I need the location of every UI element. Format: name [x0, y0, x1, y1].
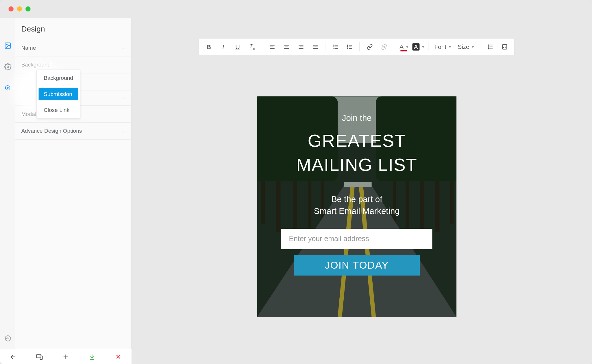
clear-format-button[interactable]: Tx	[246, 40, 258, 53]
context-item-close-link[interactable]: Close Link	[37, 102, 80, 118]
ordered-list-button[interactable]: 123	[329, 40, 341, 53]
window-close-dot[interactable]	[8, 6, 14, 12]
context-item-submission[interactable]: Submission	[39, 88, 78, 101]
footer-toolbar	[0, 349, 132, 364]
image-tool-icon[interactable]	[4, 42, 11, 49]
chevron-down-icon: ⌄	[122, 79, 125, 84]
source-button[interactable]	[498, 40, 511, 53]
toolbar-separator	[262, 42, 262, 51]
join-button[interactable]: JOIN TODAY	[294, 255, 419, 276]
popup-title-line1: GREATEST	[308, 131, 406, 151]
editor-canvas: B I U Tx 123 A▾ A▾ Font▾ Siz	[132, 18, 592, 364]
svg-point-11	[347, 48, 348, 49]
popup-title: GREATEST MAILING LIST	[296, 129, 417, 177]
align-justify-button[interactable]	[309, 40, 321, 53]
toolrail	[0, 18, 15, 364]
unlink-button[interactable]	[378, 40, 390, 53]
link-button[interactable]	[363, 40, 376, 53]
font-label: Font	[434, 43, 446, 50]
chevron-down-icon: ⌄	[122, 112, 125, 116]
svg-point-10	[347, 46, 348, 47]
align-right-button[interactable]	[295, 40, 307, 53]
popup-sub-line1: Be the part of	[331, 195, 382, 204]
popup-sub-line2: Smart Email Marketing	[314, 206, 400, 216]
context-menu: Background Submission Close Link	[36, 70, 80, 119]
sidebar-item-label: Background	[21, 62, 51, 68]
chevron-down-icon: ⌄	[122, 129, 125, 133]
chevron-down-icon: ⌄	[122, 62, 125, 67]
toolbar-separator	[394, 42, 394, 51]
toolbar-separator	[428, 42, 428, 51]
sidebar-title: Design	[15, 18, 131, 40]
context-item-background[interactable]: Background	[37, 70, 80, 86]
window-titlebar	[0, 0, 592, 18]
add-button[interactable]	[61, 352, 71, 362]
window-zoom-dot[interactable]	[25, 6, 31, 12]
text-color-button[interactable]: A▾	[397, 40, 410, 53]
svg-point-1	[6, 44, 7, 45]
toolbar-separator	[325, 42, 325, 51]
svg-rect-12	[502, 44, 507, 49]
back-button[interactable]	[8, 352, 18, 362]
toolbar-separator	[359, 42, 360, 51]
popup-subtitle: Be the part of Smart Email Marketing	[314, 193, 400, 217]
sidebar-item-name[interactable]: Name ⌄	[15, 39, 131, 56]
chevron-down-icon: ⌄	[122, 95, 125, 100]
sidebar-item-label: Advance Design Options	[21, 128, 82, 134]
bold-button[interactable]: B	[202, 40, 215, 53]
unordered-list-button[interactable]	[343, 40, 356, 53]
settings-gear-icon[interactable]	[4, 63, 11, 70]
popup-title-line2: MAILING LIST	[296, 155, 417, 175]
richtext-toolbar: B I U Tx 123 A▾ A▾ Font▾ Siz	[199, 38, 515, 55]
size-label: Size	[458, 43, 469, 50]
devices-button[interactable]	[34, 352, 45, 362]
popup-pretitle: Join the	[342, 113, 372, 123]
window-minimize-dot[interactable]	[17, 6, 22, 12]
sidebar-item-advance-design[interactable]: Advance Design Options ⌄	[15, 123, 131, 140]
app-window: Design Name ⌄ Background ⌄ er ⌄ ⌄ Modal …	[0, 0, 592, 364]
svg-point-2	[7, 66, 8, 67]
close-button[interactable]	[113, 352, 123, 362]
sidebar-item-label: Name	[21, 45, 36, 51]
font-select[interactable]: Font▾	[432, 40, 454, 53]
email-input[interactable]	[281, 229, 432, 249]
popup-content: Join the GREATEST MAILING LIST Be the pa…	[257, 96, 456, 317]
underline-button[interactable]: U	[231, 40, 244, 53]
design-sidebar: Design Name ⌄ Background ⌄ er ⌄ ⌄ Modal …	[15, 18, 132, 364]
chevron-down-icon: ⌄	[122, 45, 125, 50]
svg-point-4	[7, 87, 8, 88]
align-center-button[interactable]	[280, 40, 293, 53]
popup-preview[interactable]: Join the GREATEST MAILING LIST Be the pa…	[257, 96, 456, 317]
size-select[interactable]: Size▾	[455, 40, 477, 53]
download-button[interactable]	[87, 352, 97, 362]
svg-text:3: 3	[332, 47, 334, 49]
italic-button[interactable]: I	[217, 40, 230, 53]
history-icon[interactable]	[4, 334, 11, 342]
align-left-button[interactable]	[266, 40, 278, 53]
target-icon[interactable]	[4, 84, 11, 92]
line-height-button[interactable]	[484, 40, 496, 53]
svg-point-9	[347, 45, 348, 46]
highlight-color-button[interactable]: A▾	[412, 40, 425, 53]
toolbar-separator	[480, 42, 480, 51]
